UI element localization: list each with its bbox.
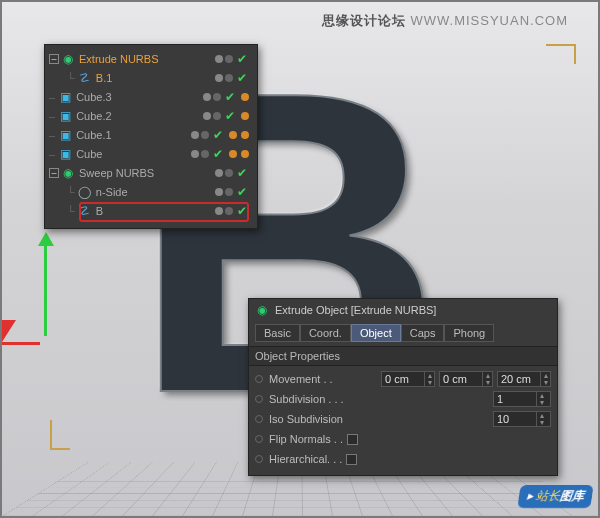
tree-row[interactable]: –◉Extrude NURBS✔ <box>49 49 253 68</box>
visibility-check-icon[interactable]: ✔ <box>213 147 223 161</box>
flip-normals-checkbox[interactable] <box>347 434 358 445</box>
tree-item-label[interactable]: B.1 <box>96 72 113 84</box>
tag-icon[interactable] <box>241 93 249 101</box>
layer-dot-icon[interactable] <box>203 93 211 101</box>
param-dot-icon <box>255 435 263 443</box>
tree-branch-icon: – <box>49 148 55 160</box>
tag-icon[interactable] <box>229 150 237 158</box>
tree-row[interactable]: └☡B.1✔ <box>49 68 253 87</box>
prop-label: Hierarchical. . . <box>269 453 342 465</box>
tree-item-label[interactable]: Cube <box>76 148 102 160</box>
tab-basic[interactable]: Basic <box>255 324 300 342</box>
hierarchical-checkbox[interactable] <box>346 454 357 465</box>
axis-y-gizmo[interactable] <box>44 232 54 336</box>
expand-toggle-icon[interactable]: – <box>49 54 59 64</box>
nurbs-icon: ◉ <box>255 303 269 317</box>
cube-icon: ▣ <box>58 109 72 123</box>
visibility-check-icon[interactable]: ✔ <box>225 109 235 123</box>
layer-dot-icon[interactable] <box>225 188 233 196</box>
layer-dot-icon[interactable] <box>191 150 199 158</box>
layer-dot-icon[interactable] <box>201 131 209 139</box>
layer-dot-icon[interactable] <box>225 55 233 63</box>
tree-item-label[interactable]: Sweep NURBS <box>79 167 154 179</box>
cube-icon: ▣ <box>58 128 72 142</box>
layer-dot-icon[interactable] <box>201 150 209 158</box>
tag-icon[interactable] <box>241 150 249 158</box>
attribute-title: Extrude Object [Extrude NURBS] <box>275 304 436 316</box>
prop-flip-normals: Flip Normals . . <box>255 429 551 449</box>
tree-item-label[interactable]: Extrude NURBS <box>79 53 158 65</box>
layer-dot-icon[interactable] <box>215 74 223 82</box>
prop-label: Flip Normals . . <box>269 433 343 445</box>
tree-item-label[interactable]: B <box>96 205 103 217</box>
prop-subdivision: Subdivision . . . ▴▾ <box>255 389 551 409</box>
tree-row[interactable]: –▣Cube✔ <box>49 144 253 163</box>
prop-label: Iso Subdivision <box>269 413 343 425</box>
visibility-check-icon[interactable]: ✔ <box>237 166 247 180</box>
layer-dot-icon[interactable] <box>203 112 211 120</box>
visibility-check-icon[interactable]: ✔ <box>237 52 247 66</box>
tree-row[interactable]: └◯n-Side✔ <box>49 182 253 201</box>
tree-branch-icon: └ <box>67 72 75 84</box>
layer-dot-icon[interactable] <box>215 188 223 196</box>
tree-branch-icon: └ <box>67 205 75 217</box>
visibility-check-icon[interactable]: ✔ <box>225 90 235 104</box>
tab-caps[interactable]: Caps <box>401 324 445 342</box>
attribute-title-bar: ◉ Extrude Object [Extrude NURBS] <box>249 299 557 321</box>
nurbs-icon: ◉ <box>61 52 75 66</box>
layer-dot-icon[interactable] <box>213 93 221 101</box>
prop-movement: Movement . . ▴▾ ▴▾ ▴▾ <box>255 369 551 389</box>
spline-icon: ☡ <box>78 71 92 85</box>
visibility-check-icon[interactable]: ✔ <box>213 128 223 142</box>
tab-object[interactable]: Object <box>351 324 401 342</box>
watermark-text: 思缘设计论坛 WWW.MISSYUAN.COM <box>322 12 568 30</box>
spline-icon: ☡ <box>78 204 92 218</box>
layer-dot-icon[interactable] <box>215 55 223 63</box>
layer-dot-icon[interactable] <box>215 169 223 177</box>
param-dot-icon <box>255 375 263 383</box>
tree-row[interactable]: └☡B✔ <box>49 201 253 220</box>
tree-row[interactable]: –▣Cube.1✔ <box>49 125 253 144</box>
visibility-check-icon[interactable]: ✔ <box>237 204 247 218</box>
tree-item-label[interactable]: Cube.1 <box>76 129 111 141</box>
object-manager-panel: –◉Extrude NURBS✔└☡B.1✔–▣Cube.3✔–▣Cube.2✔… <box>44 44 258 229</box>
prop-iso-subdivision: Iso Subdivision ▴▾ <box>255 409 551 429</box>
cube-icon: ▣ <box>58 90 72 104</box>
iso-subdivision-input[interactable]: ▴▾ <box>493 411 551 427</box>
layer-dot-icon[interactable] <box>213 112 221 120</box>
tree-branch-icon: – <box>49 110 55 122</box>
param-dot-icon <box>255 415 263 423</box>
tag-icon[interactable] <box>229 131 237 139</box>
movement-z-input[interactable]: ▴▾ <box>497 371 551 387</box>
layer-dot-icon[interactable] <box>225 207 233 215</box>
tab-phong[interactable]: Phong <box>444 324 494 342</box>
tree-row[interactable]: –▣Cube.3✔ <box>49 87 253 106</box>
tree-row[interactable]: –▣Cube.2✔ <box>49 106 253 125</box>
tag-icon[interactable] <box>241 112 249 120</box>
watermark-badge: ▸ 站长图库 <box>517 485 594 508</box>
tag-icon[interactable] <box>241 131 249 139</box>
expand-toggle-icon[interactable]: – <box>49 168 59 178</box>
visibility-check-icon[interactable]: ✔ <box>237 71 247 85</box>
layer-dot-icon[interactable] <box>191 131 199 139</box>
subdivision-input[interactable]: ▴▾ <box>493 391 551 407</box>
prop-label: Movement . . <box>269 373 333 385</box>
visibility-check-icon[interactable]: ✔ <box>237 185 247 199</box>
prop-hierarchical: Hierarchical. . . <box>255 449 551 469</box>
layer-dot-icon[interactable] <box>225 74 233 82</box>
cube-icon: ▣ <box>58 147 72 161</box>
nurbs-icon: ◉ <box>61 166 75 180</box>
tree-item-label[interactable]: Cube.2 <box>76 110 111 122</box>
tree-item-label[interactable]: Cube.3 <box>76 91 111 103</box>
tab-coord[interactable]: Coord. <box>300 324 351 342</box>
selection-bracket <box>546 44 576 64</box>
movement-y-input[interactable]: ▴▾ <box>439 371 493 387</box>
layer-dot-icon[interactable] <box>215 207 223 215</box>
tree-branch-icon: – <box>49 91 55 103</box>
layer-dot-icon[interactable] <box>225 169 233 177</box>
movement-x-input[interactable]: ▴▾ <box>381 371 435 387</box>
axis-x-gizmo[interactable] <box>2 342 40 345</box>
tree-item-label[interactable]: n-Side <box>96 186 128 198</box>
tree-row[interactable]: –◉Sweep NURBS✔ <box>49 163 253 182</box>
param-dot-icon <box>255 455 263 463</box>
